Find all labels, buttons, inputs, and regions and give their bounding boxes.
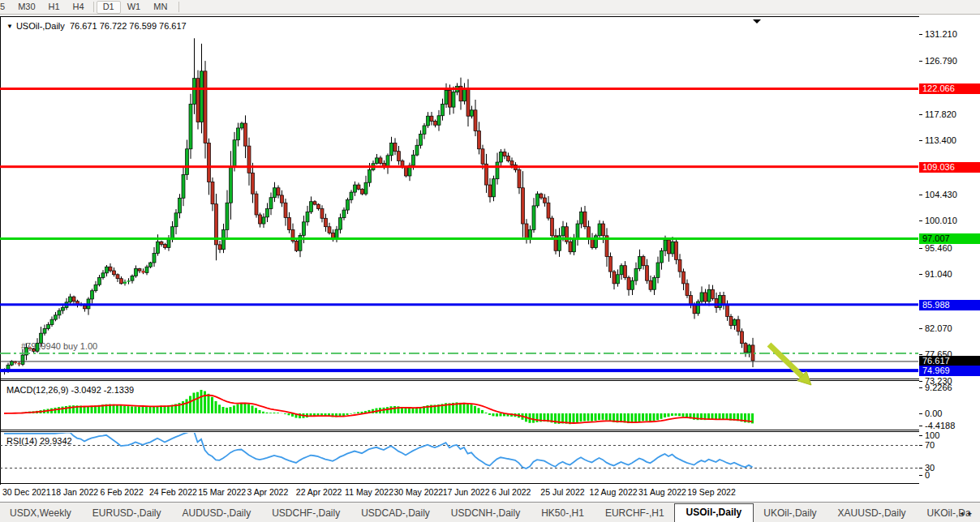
date-label: 25 Jul 2022 xyxy=(540,487,584,497)
timeframe-button-mn[interactable]: MN xyxy=(147,1,174,14)
tab-scroll-right-icon[interactable]: ▸ xyxy=(968,509,977,517)
axis-tick xyxy=(919,413,922,414)
toolbar-separator xyxy=(93,2,94,12)
date-axis[interactable]: 30 Dec 202118 Jan 20226 Feb 202224 Feb 2… xyxy=(0,485,980,501)
axis-tick xyxy=(919,387,922,388)
axis-tick xyxy=(919,140,922,141)
axis-tick xyxy=(919,220,922,221)
price-label-122.066: 122.066 xyxy=(919,83,980,94)
tab-scroll-left-icon[interactable]: ◂ xyxy=(960,509,969,517)
tab-usdcnh-daily[interactable]: USDCNH-,Daily xyxy=(441,505,530,522)
chart-window: ▼USOil-,Daily 76.671 76.722 76.599 76.61… xyxy=(0,15,980,502)
price-label-113.400: 113.400 xyxy=(925,135,956,146)
tab-eurchf-h1[interactable]: EURCHF-,H1 xyxy=(595,505,674,522)
axis-tick xyxy=(919,435,922,436)
price-label-100.010: 100.010 xyxy=(925,216,957,226)
tab-usoil-daily[interactable]: USOil-,Daily xyxy=(674,503,754,522)
price-label-91.040: 91.040 xyxy=(925,269,952,280)
axis-tick xyxy=(919,248,922,249)
timeframe-toolbar: 5M30H1H4D1W1MN xyxy=(0,0,980,15)
date-label: 31 Aug 2022 xyxy=(638,487,686,497)
price-label-131.210: 131.210 xyxy=(925,29,957,40)
price-chart-canvas[interactable] xyxy=(0,15,918,485)
axis-tick xyxy=(919,468,922,469)
tab-usdchf-daily[interactable]: USDCHF-,Daily xyxy=(262,505,350,522)
price-label-95.460: 95.460 xyxy=(925,243,952,254)
tab-usdx-weekly[interactable]: USDX,Weekly xyxy=(0,505,81,522)
tab-scroll-arrows[interactable]: ◂▸ xyxy=(960,509,977,517)
date-label: 22 Apr 2022 xyxy=(296,487,342,497)
date-label: 15 Mar 2022 xyxy=(198,487,246,497)
timeframe-button-h1[interactable]: H1 xyxy=(42,1,67,14)
date-label: 30 Dec 2021 xyxy=(2,487,51,497)
macd-scale-0.00: 0.00 xyxy=(925,409,942,419)
tab-eurusd-daily[interactable]: EURUSD-,Daily xyxy=(83,505,171,522)
tab-xauusd-daily[interactable]: XAUUSD-,Daily xyxy=(828,505,916,522)
toolbar-separator xyxy=(178,2,179,12)
chart-tab-bar: USDX,WeeklyEURUSD-,DailyAUDUSD-,DailyUSD… xyxy=(0,502,980,522)
date-label: 30 May 2022 xyxy=(393,487,443,497)
date-label: 11 May 2022 xyxy=(345,487,393,497)
timeframe-button-m30[interactable]: M30 xyxy=(11,1,41,14)
macd-scale-9.2266: 9.2266 xyxy=(925,383,952,393)
axis-tick xyxy=(919,426,922,426)
date-label: 12 Aug 2022 xyxy=(590,487,638,497)
price-label-117.820: 117.820 xyxy=(925,109,956,120)
timeframe-button-w1[interactable]: W1 xyxy=(121,1,148,14)
timeframe-button-h4[interactable]: H4 xyxy=(67,1,91,14)
date-label: 6 Feb 2022 xyxy=(101,487,144,497)
tab-audusd-daily[interactable]: AUDUSD-,Daily xyxy=(172,505,260,522)
date-label: 24 Feb 2022 xyxy=(149,487,197,497)
axis-tick xyxy=(919,114,922,115)
axis-tick xyxy=(919,61,922,62)
date-label: 17 Jun 2022 xyxy=(443,487,490,497)
price-axis[interactable]: 131.210126.790122.066117.820113.400109.0… xyxy=(919,15,980,485)
date-label: 6 Jul 2022 xyxy=(492,487,531,497)
timeframe-button-5[interactable]: 5 xyxy=(0,1,11,14)
price-label-82.070: 82.070 xyxy=(925,323,952,334)
timeframe-button-d1[interactable]: D1 xyxy=(97,1,121,14)
price-label-74.969: 74.969 xyxy=(919,366,980,376)
tab-hk50-h1[interactable]: HK50-,H1 xyxy=(531,505,594,522)
axis-tick xyxy=(919,445,922,446)
date-label: 19 Sep 2022 xyxy=(687,487,736,497)
date-label: 18 Jan 2022 xyxy=(51,487,98,497)
tab-ukoil-daily[interactable]: UKOil-,Daily xyxy=(754,505,826,522)
axis-tick xyxy=(919,328,922,329)
price-label-76.617: 76.617 xyxy=(919,356,980,366)
price-label-109.036: 109.036 xyxy=(919,162,980,173)
date-label: 3 Apr 2022 xyxy=(247,487,289,497)
axis-tick xyxy=(919,274,922,275)
axis-tick xyxy=(919,381,922,382)
tab-usdcad-daily[interactable]: USDCAD-,Daily xyxy=(351,505,440,522)
axis-tick xyxy=(919,475,922,476)
axis-tick xyxy=(919,34,922,35)
rsi-scale-0: 0 xyxy=(925,470,930,481)
price-label-126.790: 126.790 xyxy=(925,56,957,66)
rsi-scale-70: 70 xyxy=(925,440,935,451)
price-label-85.988: 85.988 xyxy=(919,300,980,310)
axis-tick xyxy=(919,195,922,195)
price-label-104.430: 104.430 xyxy=(925,190,957,200)
